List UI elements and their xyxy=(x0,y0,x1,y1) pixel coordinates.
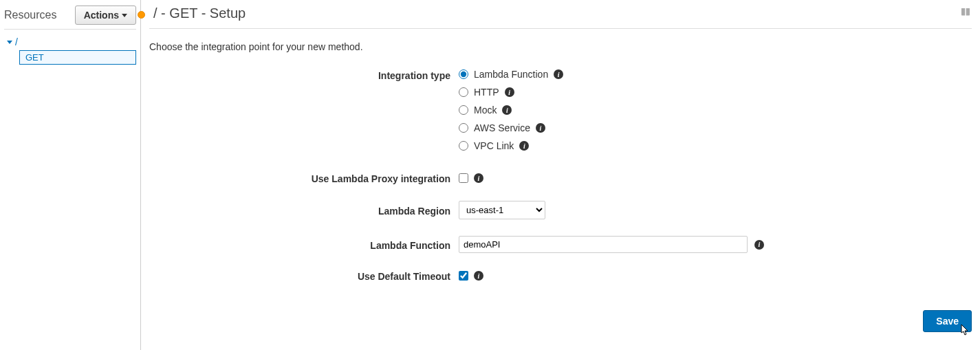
timeout-label: Use Default Timeout xyxy=(170,270,459,282)
radio-aws-label: AWS Service xyxy=(474,122,530,133)
timeout-checkbox[interactable] xyxy=(459,271,468,281)
info-icon[interactable]: i xyxy=(474,173,483,183)
radio-lambda[interactable] xyxy=(459,69,468,79)
tree-method-label: GET xyxy=(25,52,44,63)
integration-option-lambda[interactable]: Lambda Function i xyxy=(459,69,563,80)
region-label: Lambda Region xyxy=(170,204,459,217)
tree-method-get[interactable]: GET xyxy=(19,50,136,65)
proxy-label: Use Lambda Proxy integration xyxy=(170,172,459,184)
radio-http-label: HTTP xyxy=(474,87,499,98)
actions-button[interactable]: Actions xyxy=(75,6,136,25)
radio-vpc-label: VPC Link xyxy=(474,140,514,151)
info-icon[interactable]: i xyxy=(536,123,545,133)
region-select[interactable]: us-east-1 xyxy=(459,201,545,219)
tree-root[interactable]: / xyxy=(7,36,136,47)
radio-mock-label: Mock xyxy=(474,105,497,116)
radio-vpc[interactable] xyxy=(459,141,468,151)
main-panel: / - GET - Setup Choose the integration p… xyxy=(141,0,980,350)
resources-heading: Resources xyxy=(4,9,56,21)
docs-icon[interactable] xyxy=(959,6,972,21)
function-label: Lambda Function xyxy=(170,239,459,251)
tree-root-label: / xyxy=(15,36,18,47)
integration-option-mock[interactable]: Mock i xyxy=(459,105,563,116)
intro-text: Choose the integration point for your ne… xyxy=(149,29,972,69)
info-icon[interactable]: i xyxy=(502,105,512,115)
radio-aws[interactable] xyxy=(459,123,468,133)
chevron-down-icon xyxy=(7,41,12,44)
integration-option-http[interactable]: HTTP i xyxy=(459,87,563,98)
caret-down-icon xyxy=(122,14,127,17)
lambda-function-input[interactable] xyxy=(459,236,748,253)
page-title: / - GET - Setup xyxy=(153,6,246,21)
info-icon[interactable]: i xyxy=(505,87,514,97)
cursor-icon xyxy=(958,324,969,340)
radio-http[interactable] xyxy=(459,87,468,97)
integration-type-label: Integration type xyxy=(170,69,459,81)
integration-option-vpc[interactable]: VPC Link i xyxy=(459,140,563,151)
info-icon[interactable]: i xyxy=(754,240,764,250)
setup-form: Integration type Lambda Function i HTTP … xyxy=(149,69,972,282)
actions-label: Actions xyxy=(84,10,119,21)
radio-mock[interactable] xyxy=(459,105,468,115)
status-dot-icon xyxy=(138,11,145,19)
info-icon[interactable]: i xyxy=(474,271,483,281)
proxy-checkbox[interactable] xyxy=(459,173,468,183)
info-icon[interactable]: i xyxy=(554,69,563,79)
radio-lambda-label: Lambda Function xyxy=(474,69,548,80)
info-icon[interactable]: i xyxy=(519,141,529,151)
integration-option-aws[interactable]: AWS Service i xyxy=(459,122,563,133)
resource-tree: / GET xyxy=(4,36,136,65)
sidebar: Resources Actions / GET xyxy=(0,0,141,350)
